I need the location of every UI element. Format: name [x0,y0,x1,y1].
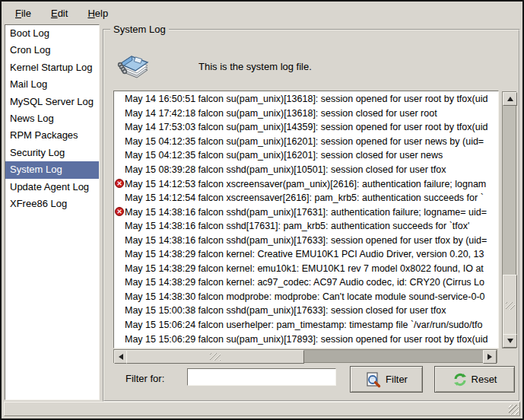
menu-help[interactable]: Help [81,5,114,21]
icon-spacer [115,291,125,301]
icon-spacer [115,151,125,161]
log-row-text: May 15 14:38:16 falcon sshd[17631]: pam_… [125,221,498,231]
log-row[interactable]: May 15 14:38:16 falcon sshd(pam_unix)[17… [114,205,498,219]
log-row[interactable]: May 15 14:38:30 falcon modprobe: modprob… [114,290,498,304]
log-row-text: May 15 14:38:16 falcon sshd(pam_unix)[17… [125,235,498,246]
log-row-text: May 15 14:38:29 falcon kernel: Creative … [125,249,498,259]
log-row[interactable]: May 15 14:12:53 falcon xscreensaver(pam_… [114,177,498,191]
log-row[interactable]: May 14 17:53:03 falcon su(pam_unix)[1435… [114,120,498,135]
log-description: This is the system log file. [198,61,312,72]
icon-spacer [115,94,125,104]
sidebar-item-cron-log[interactable]: Cron Log [5,42,99,59]
log-category-list: Boot LogCron LogKernel Startup LogMail L… [5,24,100,400]
log-row-text: May 15 04:12:35 falcon su(pam_unix)[1620… [125,136,498,147]
scroll-right-button[interactable] [483,350,497,364]
log-row-text: May 15 14:38:16 falcon sshd(pam_unix)[17… [125,207,498,218]
log-row[interactable]: May 15 15:06:24 falcon userhelper: pam_t… [114,318,498,332]
icon-spacer [115,221,125,231]
arrow-up-icon [507,97,513,101]
error-icon [115,207,125,217]
icon-spacer [115,123,125,132]
filter-button-label: Filter [386,374,408,385]
log-row[interactable]: May 15 04:12:35 falcon su(pam_unix)[1620… [114,148,498,163]
icon-spacer [115,193,125,203]
icon-spacer [115,250,125,259]
log-row[interactable]: May 14 16:50:51 falcon su(pam_unix)[1361… [114,92,498,107]
arrow-left-icon [119,354,123,360]
log-row[interactable]: May 15 14:38:16 falcon sshd(pam_unix)[17… [114,233,498,247]
log-row-text: May 15 14:12:54 falcon xscreensaver[2616… [125,192,498,203]
log-row[interactable]: May 15 14:12:54 falcon xscreensaver[2616… [114,191,498,205]
menu-edit[interactable]: Edit [45,5,74,21]
error-icon [115,179,125,189]
icon-spacer [115,278,125,288]
icon-spacer [115,334,125,344]
log-row[interactable]: May 15 15:00:38 falcon sshd(pam_unix)[17… [114,304,498,318]
thumb-grip [506,302,515,310]
log-row[interactable]: May 15 04:12:35 falcon su(pam_unix)[1620… [114,135,498,149]
system-log-groupbox: System Log This is the system log file. … [103,29,520,402]
icon-spacer [115,235,125,245]
sidebar-item-xfree86-log[interactable]: XFree86 Log [5,196,99,212]
log-viewer-window: FileEditHelp Boot LogCron LogKernel Star… [0,0,524,420]
scroll-up-button[interactable] [503,92,517,106]
icon-spacer [115,263,125,273]
vertical-scroll-thumb[interactable] [503,275,517,337]
log-row-text: May 15 04:12:35 falcon su(pam_unix)[1620… [125,150,498,161]
status-bar [4,402,520,416]
resize-grip[interactable] [509,405,519,415]
log-row-text: May 15 14:38:30 falcon modprobe: modprob… [125,291,498,302]
horizontal-scroll-thumb[interactable] [126,350,304,364]
vertical-scrollbar[interactable] [502,91,516,348]
log-row-text: May 15 14:38:29 falcon kernel: ac97_code… [125,277,498,288]
sidebar-item-security-log[interactable]: Security Log [5,145,99,161]
arrow-down-icon [507,339,513,343]
log-row-text: May 14 16:50:51 falcon su(pam_unix)[1361… [125,94,498,104]
filter-input[interactable] [187,368,336,386]
log-row-text: May 15 14:38:29 falcon kernel: emu10k1: … [125,263,498,274]
log-row[interactable]: May 14 17:42:18 falcon su(pam_unix)[1361… [114,107,498,121]
log-row-text: May 15 15:06:24 falcon userhelper: pam_t… [125,320,498,330]
sidebar-item-system-log[interactable]: System Log [5,161,99,178]
filter-label: Filter for: [125,373,164,384]
search-document-icon [365,371,382,388]
arrow-right-icon [487,354,492,360]
scroll-down-button[interactable] [503,334,517,348]
sidebar-item-kernel-startup-log[interactable]: Kernel Startup Log [5,59,99,76]
log-row[interactable]: May 15 14:38:29 falcon kernel: emu10k1: … [114,262,498,276]
log-row[interactable]: May 15 15:06:29 falcon su(pam_unix)[1789… [114,332,498,346]
log-row[interactable]: May 15 08:39:28 falcon sshd(pam_unix)[10… [114,163,498,177]
thumb-grip [210,353,221,361]
log-row[interactable]: May 15 14:38:16 falcon sshd[17631]: pam_… [114,219,498,234]
log-row-text: May 15 14:12:53 falcon xscreensaver(pam_… [125,179,498,189]
log-list[interactable]: May 14 16:50:51 falcon su(pam_unix)[1361… [113,91,499,348]
sidebar-item-mysql-server-log[interactable]: MySQL Server Log [5,94,99,110]
log-row-text: May 15 15:06:29 falcon su(pam_unix)[1789… [125,334,498,345]
icon-spacer [115,320,125,330]
reset-button[interactable]: Reset [434,366,515,393]
icon-spacer [115,165,125,175]
refresh-arrows-icon [453,372,468,387]
log-row[interactable]: May 15 14:38:29 falcon kernel: ac97_code… [114,275,498,290]
sidebar-item-boot-log[interactable]: Boot Log [5,25,99,42]
log-row-text: May 14 17:42:18 falcon su(pam_unix)[1361… [125,108,498,119]
log-row-text: May 15 15:00:38 falcon sshd(pam_unix)[17… [125,305,498,316]
log-row[interactable]: May 15 14:38:29 falcon kernel: Creative … [114,247,498,262]
sidebar-item-mail-log[interactable]: Mail Log [5,76,99,93]
icon-spacer [115,136,125,146]
icon-spacer [115,306,125,316]
menu-file[interactable]: File [9,5,37,21]
log-row-text: May 15 08:39:28 falcon sshd(pam_unix)[10… [125,164,498,175]
reset-button-label: Reset [472,374,497,385]
sidebar-item-news-log[interactable]: News Log [5,110,99,127]
menubar: FileEditHelp [3,3,521,23]
icon-spacer [115,108,125,118]
log-row-text: May 14 17:53:03 falcon su(pam_unix)[1435… [125,122,498,132]
notebook-icon [114,50,149,79]
sidebar-item-update-agent-log[interactable]: Update Agent Log [5,179,99,196]
sidebar-item-rpm-packages[interactable]: RPM Packages [5,127,99,144]
filter-button[interactable]: Filter [350,366,423,393]
group-title: System Log [110,24,169,35]
horizontal-scrollbar[interactable] [113,349,497,363]
